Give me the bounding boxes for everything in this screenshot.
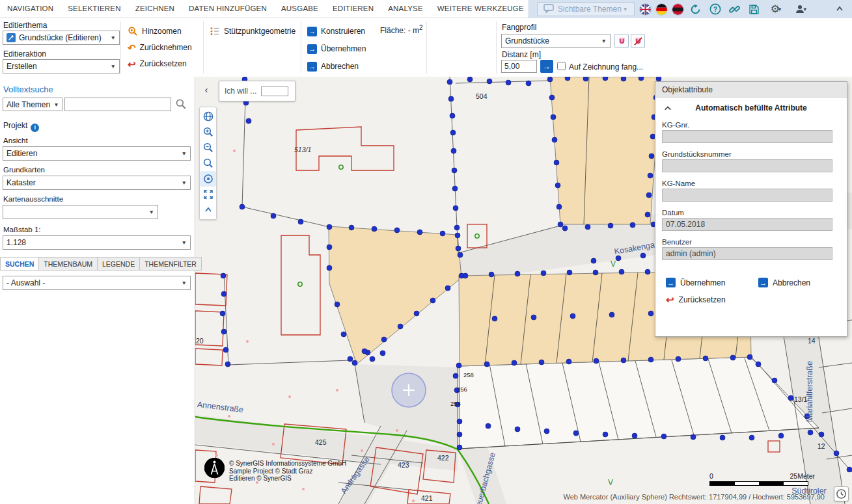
ich-will-box[interactable]: Ich will ... (219, 81, 295, 101)
search-icon[interactable] (175, 98, 187, 113)
flag-third-language-icon[interactable] (672, 4, 683, 15)
speech-bubble-icon (543, 4, 554, 15)
link-icon[interactable] (728, 2, 742, 16)
zuruecknehmen-button[interactable]: ↶ Zurücknehmen (128, 41, 192, 54)
auf-zeichnung-checkbox[interactable] (557, 62, 566, 70)
volltextsuche-heading[interactable]: Volltextsuche (3, 85, 53, 94)
zoom-out-button[interactable] (200, 140, 216, 155)
chevron-down-icon: ▼ (182, 179, 187, 186)
chevron-down-icon: ▼ (182, 239, 187, 246)
ansicht-label: Ansicht (3, 137, 28, 144)
flag-english-icon[interactable] (640, 4, 651, 15)
massstab-select[interactable]: 1.128 ▼ (3, 235, 191, 250)
ribbon-separator (120, 21, 121, 73)
panel-uebernehmen-button[interactable]: → Übernehmen (666, 278, 725, 287)
zuruecksetzen-button[interactable]: ↩ Zurücksetzen (128, 57, 187, 70)
visible-themes-label: Sichtbare Themen (558, 5, 622, 14)
fangprofil-select[interactable]: Grundstücke ▼ (501, 34, 611, 48)
panel-zuruecksetzen-label: Zurücksetzen (679, 295, 726, 304)
tab-themenfilter[interactable]: THEMENFILTER (140, 257, 202, 271)
tab-ausgabe[interactable]: AUSGABE (274, 0, 325, 18)
svg-text:425: 425 (315, 438, 327, 446)
flag-german-icon[interactable] (656, 4, 667, 15)
visible-themes-button[interactable]: Sichtbare Themen ▼ (537, 2, 635, 16)
kartenausschnitte-select[interactable]: ▼ (3, 205, 158, 219)
map-copyright: © SynerGIS Informationssysteme GmbH Samp… (204, 458, 346, 483)
tab-zeichnen[interactable]: ZEICHNEN (128, 0, 182, 18)
ich-will-input[interactable] (261, 86, 288, 96)
flaeche-value: Fläche: - m2 (380, 24, 423, 35)
sidebar-tabrow: SUCHEN THEMENBAUM LEGENDE THEMENFILTER (0, 257, 195, 271)
snap-magnet-button[interactable] (614, 34, 629, 48)
svg-text:258: 258 (463, 371, 474, 378)
tab-navigation[interactable]: NAVIGATION (0, 0, 61, 18)
help-icon[interactable]: ? (708, 2, 722, 16)
refresh-icon[interactable] (689, 2, 703, 16)
settings-gear-icon[interactable]: ⚙▼ (767, 2, 786, 16)
zoom-in-button[interactable] (200, 124, 216, 140)
copyright-line: © SynerGIS Informationssysteme GmbH (229, 460, 346, 467)
panel-abbrechen-button[interactable]: → Abbrechen (758, 278, 810, 287)
toolbar-collapse-icon[interactable] (200, 202, 216, 218)
tab-analyse[interactable]: ANALYSE (381, 0, 430, 18)
fangprofil-label: Fangprofil (502, 23, 536, 32)
full-extent-button[interactable] (200, 187, 216, 202)
stuetzpunktgeometrie-label: Stützpunktgeometrie (224, 27, 295, 36)
tab-suchen[interactable]: SUCHEN (0, 257, 39, 271)
sidebar-collapse-button[interactable]: ‹ (200, 83, 212, 95)
uebernehmen-button[interactable]: → Übernehmen (307, 42, 366, 55)
stuetzpunktgeometrie-button[interactable]: Stützpunktgeometrie (210, 25, 295, 38)
tab-daten-hinzufuegen[interactable]: DATEN HINZUFÜGEN (182, 0, 274, 18)
tab-legende[interactable]: LEGENDE (98, 257, 140, 271)
auswahl-select[interactable]: - Auswahl - ▼ (3, 276, 191, 290)
snap-off-magnet-button[interactable] (631, 34, 645, 48)
grundstuecksnummer-input[interactable] (662, 159, 832, 172)
tab-themenbaum[interactable]: THEMENBAUM (39, 257, 98, 271)
benutzer-label: Benutzer (662, 238, 692, 246)
massstab-value: 1.128 (7, 238, 26, 247)
tab-editieren[interactable]: EDITIEREN (325, 0, 381, 18)
app-window: NAVIGATION SELEKTIEREN ZEICHNEN DATEN HI… (0, 0, 852, 504)
editieraktion-select[interactable]: Erstellen ▼ (3, 59, 120, 73)
panel-uebernehmen-label: Übernehmen (680, 278, 725, 287)
abbrechen-button[interactable]: → Abbrechen (307, 60, 359, 73)
tab-selektieren[interactable]: SELEKTIEREN (61, 0, 128, 18)
panel-header[interactable]: Objektattribute (655, 82, 847, 98)
user-account-icon[interactable]: ▼ (791, 2, 811, 16)
save-icon[interactable] (747, 2, 762, 16)
search-theme-select[interactable]: Alle Themen ▼ (3, 98, 62, 111)
distanz-input[interactable] (501, 60, 537, 73)
construct-arrow-icon: → (307, 27, 317, 36)
grundstuecksnummer-label: Grundstücksnummer (662, 150, 732, 158)
overview-globe-button[interactable] (200, 109, 216, 124)
hinzoomen-button[interactable]: Hinzoomen (128, 25, 182, 38)
fulltext-search-input[interactable] (64, 98, 171, 111)
uebernehmen-label: Übernehmen (321, 44, 366, 53)
info-icon[interactable]: i (31, 124, 39, 132)
editierthema-select[interactable]: Grundstücke (Editieren) ▼ (3, 31, 120, 45)
topbar-icon-strip: Sichtbare Themen ▼ ? (529, 0, 852, 18)
time-series-clock-button[interactable] (834, 486, 849, 501)
grundkarten-select[interactable]: Kataster ▼ (3, 176, 191, 190)
svg-text:513/1: 513/1 (294, 146, 311, 153)
datum-input[interactable] (662, 218, 832, 231)
distanz-apply-button[interactable]: → (540, 60, 553, 73)
collapse-ribbon-icon[interactable] (832, 2, 847, 16)
ansicht-select[interactable]: Editieren ▼ (3, 146, 191, 161)
svg-text:422: 422 (437, 454, 449, 462)
kg-gnr-input[interactable] (662, 130, 832, 143)
center-position-button[interactable] (200, 171, 216, 187)
search-theme-value: Alle Themen (7, 100, 50, 109)
ich-will-label: Ich will ... (225, 86, 256, 96)
kg-name-input[interactable] (662, 189, 832, 202)
benutzer-input[interactable] (662, 247, 832, 260)
zuruecksetzen-label: Zurücksetzen (140, 59, 187, 68)
konstruieren-button[interactable]: → Konstruieren (307, 25, 365, 38)
ribbon-separator (426, 21, 427, 73)
zoom-window-button[interactable] (200, 155, 216, 171)
tab-weitere-werkzeuge[interactable]: WEITERE WERKZEUGE (430, 0, 531, 18)
map-toolbar (199, 107, 217, 220)
panel-zuruecksetzen-button[interactable]: ↩ Zurücksetzen (666, 295, 726, 304)
copyright-line: Editieren © SynerGIS (229, 475, 292, 482)
zuruecknehmen-label: Zurücknehmen (140, 43, 192, 52)
